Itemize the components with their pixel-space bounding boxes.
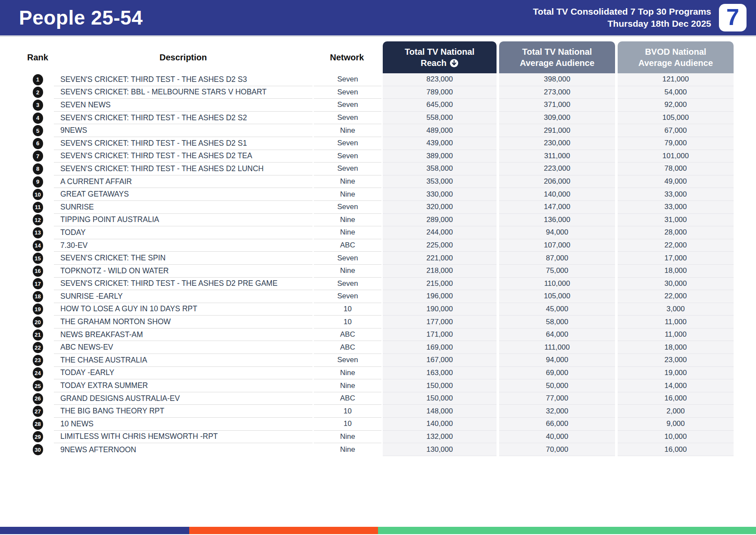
rank-badge: 6 xyxy=(33,138,43,149)
table-row: 12 TIPPING POINT AUSTRALIA Nine 289,000 … xyxy=(22,214,756,227)
network-cell: Nine xyxy=(314,379,381,392)
table-header-row: Rank Description Network Total TV Nation… xyxy=(22,41,756,73)
table-row: 26 GRAND DESIGNS AUSTRALIA-EV ABC 150,00… xyxy=(22,392,756,405)
description-cell: THE BIG BANG THEORY RPT xyxy=(54,405,312,418)
reach-cell: 190,000 xyxy=(383,303,497,316)
reach-cell: 177,000 xyxy=(383,316,497,329)
description-cell: TODAY -EARLY xyxy=(54,367,312,380)
column-header-total-tv-reach[interactable]: Total TV National Reach xyxy=(383,41,497,73)
report-subtitle: Total TV Consolidated 7 Top 30 Programs … xyxy=(533,6,711,30)
reach-cell: 150,000 xyxy=(383,379,497,392)
average-audience-cell: 69,000 xyxy=(499,367,615,380)
description-cell: LIMITLESS WITH CHRIS HEMSWORTH -RPT xyxy=(54,431,312,444)
network-cell: 10 xyxy=(314,418,381,431)
footer-color-stripe xyxy=(0,527,756,534)
description-cell: HOW TO LOSE A GUY IN 10 DAYS RPT xyxy=(54,303,312,316)
column-header-total-tv-average[interactable]: Total TV National Average Audience xyxy=(499,41,615,73)
average-audience-cell: 64,000 xyxy=(499,329,615,341)
seven-network-logo: 7 xyxy=(719,4,747,31)
average-audience-cell: 50,000 xyxy=(499,379,615,392)
report-date: Thursday 18th Dec 2025 xyxy=(533,18,711,30)
average-audience-cell: 311,000 xyxy=(499,150,615,163)
table-row: 30 9NEWS AFTERNOON Nine 130,000 70,000 1… xyxy=(22,443,756,456)
bvod-audience-cell: 18,000 xyxy=(618,341,734,354)
average-audience-cell: 107,000 xyxy=(499,239,615,252)
reach-cell: 320,000 xyxy=(383,201,497,214)
reach-cell: 215,000 xyxy=(383,278,497,291)
average-audience-cell: 398,000 xyxy=(499,73,615,86)
report-subtitle-line1: Total TV Consolidated 7 Top 30 Programs xyxy=(533,6,711,18)
bvod-audience-cell: 11,000 xyxy=(618,329,734,341)
network-cell: ABC xyxy=(314,239,381,252)
seven-logo-glyph: 7 xyxy=(726,5,739,28)
rank-badge: 24 xyxy=(33,367,43,379)
table-row: 21 NEWS BREAKFAST-AM ABC 171,000 64,000 … xyxy=(22,329,756,341)
average-audience-cell: 291,000 xyxy=(499,124,615,137)
footer-segment-green xyxy=(378,527,756,534)
table-row: 19 HOW TO LOSE A GUY IN 10 DAYS RPT 10 1… xyxy=(22,303,756,316)
network-cell: Seven xyxy=(314,86,381,99)
footer-segment-orange xyxy=(189,527,378,534)
rank-badge: 7 xyxy=(33,150,43,162)
average-audience-cell: 371,000 xyxy=(499,99,615,112)
table-row: 1 SEVEN'S CRICKET: THIRD TEST - THE ASHE… xyxy=(22,73,756,86)
rank-badge: 18 xyxy=(33,291,43,302)
network-cell: Nine xyxy=(314,188,381,201)
column-header-bvod-average[interactable]: BVOD National Average Audience xyxy=(618,41,734,73)
bvod-audience-cell: 17,000 xyxy=(618,252,734,265)
column-header-rank: Rank xyxy=(22,41,54,73)
average-audience-cell: 230,000 xyxy=(499,137,615,150)
network-cell: Seven xyxy=(314,137,381,150)
average-audience-cell: 45,000 xyxy=(499,303,615,316)
rank-badge: 3 xyxy=(33,100,43,111)
average-audience-cell: 75,000 xyxy=(499,265,615,278)
reach-cell: 140,000 xyxy=(383,418,497,431)
average-audience-cell: 94,000 xyxy=(499,226,615,239)
bvod-audience-cell: 30,000 xyxy=(618,278,734,291)
network-cell: 10 xyxy=(314,316,381,329)
reach-cell: 389,000 xyxy=(383,150,497,163)
average-audience-cell: 77,000 xyxy=(499,392,615,405)
table-row: 20 THE GRAHAM NORTON SHOW 10 177,000 58,… xyxy=(22,316,756,329)
reach-cell: 163,000 xyxy=(383,367,497,380)
reach-cell: 225,000 xyxy=(383,239,497,252)
bvod-audience-cell: 18,000 xyxy=(618,265,734,278)
table-row: 16 TOPKNOTZ - WILD ON WATER Nine 218,000… xyxy=(22,265,756,278)
bvod-audience-cell: 67,000 xyxy=(618,124,734,137)
average-audience-cell: 223,000 xyxy=(499,163,615,175)
reach-cell: 330,000 xyxy=(383,188,497,201)
table-row: 24 TODAY -EARLY Nine 163,000 69,000 19,0… xyxy=(22,367,756,380)
average-audience-cell: 140,000 xyxy=(499,188,615,201)
bvod-audience-cell: 33,000 xyxy=(618,201,734,214)
network-cell: Seven xyxy=(314,354,381,367)
network-cell: Seven xyxy=(314,252,381,265)
network-cell: Seven xyxy=(314,112,381,125)
reach-cell: 439,000 xyxy=(383,137,497,150)
description-cell: 9NEWS xyxy=(54,124,312,137)
rank-badge: 5 xyxy=(33,125,43,136)
rank-badge: 21 xyxy=(33,329,43,341)
reach-cell: 150,000 xyxy=(383,392,497,405)
description-cell: NEWS BREAKFAST-AM xyxy=(54,329,312,341)
description-cell: TODAY EXTRA SUMMER xyxy=(54,379,312,392)
reach-cell: 130,000 xyxy=(383,443,497,456)
table-row: 11 SUNRISE Seven 320,000 147,000 33,000 xyxy=(22,201,756,214)
table-row: 14 7.30-EV ABC 225,000 107,000 22,000 xyxy=(22,239,756,252)
rank-badge: 2 xyxy=(33,87,43,98)
description-cell: GRAND DESIGNS AUSTRALIA-EV xyxy=(54,392,312,405)
description-cell: 10 NEWS xyxy=(54,418,312,431)
footer-segment-blue xyxy=(0,527,189,534)
description-cell: TODAY xyxy=(54,226,312,239)
description-cell: THE CHASE AUSTRALIA xyxy=(54,354,312,367)
description-cell: 9NEWS AFTERNOON xyxy=(54,443,312,456)
average-audience-cell: 94,000 xyxy=(499,354,615,367)
table-row: 4 SEVEN'S CRICKET: THIRD TEST - THE ASHE… xyxy=(22,112,756,125)
table-row: 6 SEVEN'S CRICKET: THIRD TEST - THE ASHE… xyxy=(22,137,756,150)
rank-badge: 15 xyxy=(33,253,43,264)
table-row: 7 SEVEN'S CRICKET: THIRD TEST - THE ASHE… xyxy=(22,150,756,163)
bvod-audience-cell: 79,000 xyxy=(618,137,734,150)
description-cell: SUNRISE xyxy=(54,201,312,214)
reach-cell: 823,000 xyxy=(383,73,497,86)
network-cell: Nine xyxy=(314,443,381,456)
network-cell: Seven xyxy=(314,150,381,163)
